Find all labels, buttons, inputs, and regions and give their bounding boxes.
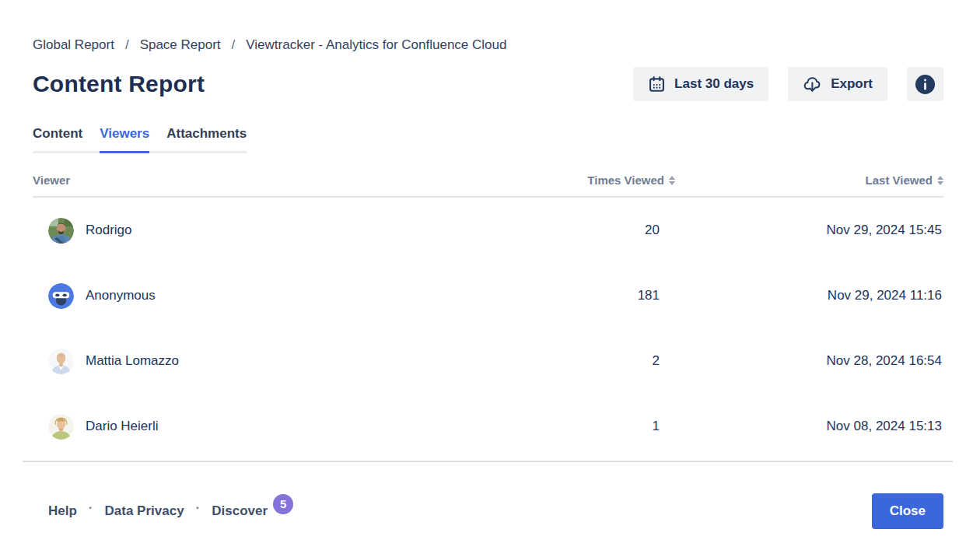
table-row: Rodrigo 20 Nov 29, 2024 15:45 xyxy=(33,198,943,263)
last-viewed-value: Nov 29, 2024 11:16 xyxy=(675,288,943,303)
date-range-button[interactable]: Last 30 days xyxy=(633,67,768,101)
tab-content[interactable]: Content xyxy=(33,126,82,153)
help-link[interactable]: Help xyxy=(48,503,77,519)
viewer-name: Rodrigo xyxy=(86,223,132,238)
tab-attachments[interactable]: Attachments xyxy=(166,126,247,153)
viewer-name: Mattia Lomazzo xyxy=(86,353,179,369)
table-row: Mattia Lomazzo 2 Nov 28, 2024 16:54 xyxy=(33,328,943,394)
times-viewed-value: 2 xyxy=(504,353,675,369)
breadcrumb-global-report[interactable]: Global Report xyxy=(33,37,114,53)
date-range-label: Last 30 days xyxy=(674,76,754,92)
viewer-name: Dario Heierli xyxy=(86,419,159,434)
close-button[interactable]: Close xyxy=(872,493,943,529)
data-privacy-link[interactable]: Data Privacy xyxy=(105,503,184,519)
footer: Help · Data Privacy · Discover 5 Close xyxy=(33,493,943,529)
report-tabs: Content Viewers Attachments xyxy=(33,126,247,153)
avatar-mattia xyxy=(48,349,74,374)
page-title: Content Report xyxy=(33,71,205,97)
viewer-name: Anonymous xyxy=(86,288,156,303)
discover-link[interactable]: Discover xyxy=(212,503,268,519)
export-label: Export xyxy=(831,76,873,92)
breadcrumb-space-report[interactable]: Space Report xyxy=(140,37,221,53)
cloud-download-icon xyxy=(803,75,822,93)
calendar-icon xyxy=(648,75,666,93)
avatar-rodrigo xyxy=(48,218,74,244)
tab-viewers[interactable]: Viewers xyxy=(100,126,149,153)
breadcrumb-separator: / xyxy=(232,37,236,53)
last-viewed-value: Nov 28, 2024 16:54 xyxy=(675,353,943,369)
column-header-viewer: Viewer xyxy=(33,174,504,187)
avatar-anonymous-mask xyxy=(48,283,74,309)
last-viewed-value: Nov 08, 2024 15:13 xyxy=(675,419,943,434)
table-header: Viewer Times Viewed Last Viewed xyxy=(33,174,943,198)
breadcrumb-current-page: Viewtracker - Analytics for Confluence C… xyxy=(246,37,506,53)
footer-separator: · xyxy=(196,500,201,516)
last-viewed-value: Nov 29, 2024 15:45 xyxy=(675,223,943,238)
table-row: Dario Heierli 1 Nov 08, 2024 15:13 xyxy=(33,394,943,459)
column-header-times-viewed-label: Times Viewed xyxy=(587,174,664,187)
column-header-last-viewed[interactable]: Last Viewed xyxy=(866,174,943,187)
times-viewed-value: 181 xyxy=(504,288,675,303)
times-viewed-value: 20 xyxy=(504,223,675,238)
sort-icon xyxy=(669,176,675,185)
table-row: Anonymous 181 Nov 29, 2024 11:16 xyxy=(33,263,943,328)
discover-count-badge: 5 xyxy=(273,494,293,514)
header-actions: Last 30 days Export xyxy=(633,67,943,101)
content-report-page: Global Report / Space Report / Viewtrack… xyxy=(0,0,980,529)
sort-icon xyxy=(937,176,943,185)
page-header: Content Report Last 30 days xyxy=(33,67,943,101)
info-icon xyxy=(915,74,936,95)
column-header-last-viewed-label: Last Viewed xyxy=(866,174,933,187)
avatar-dario xyxy=(48,414,74,440)
column-header-times-viewed[interactable]: Times Viewed xyxy=(587,174,675,187)
breadcrumb-separator: / xyxy=(125,37,129,53)
footer-divider xyxy=(23,461,953,462)
export-button[interactable]: Export xyxy=(788,67,887,101)
info-button[interactable] xyxy=(907,67,943,101)
breadcrumb: Global Report / Space Report / Viewtrack… xyxy=(33,37,943,53)
times-viewed-value: 1 xyxy=(504,419,675,434)
footer-separator: · xyxy=(89,500,93,516)
footer-links: Help · Data Privacy · Discover 5 xyxy=(33,501,293,521)
